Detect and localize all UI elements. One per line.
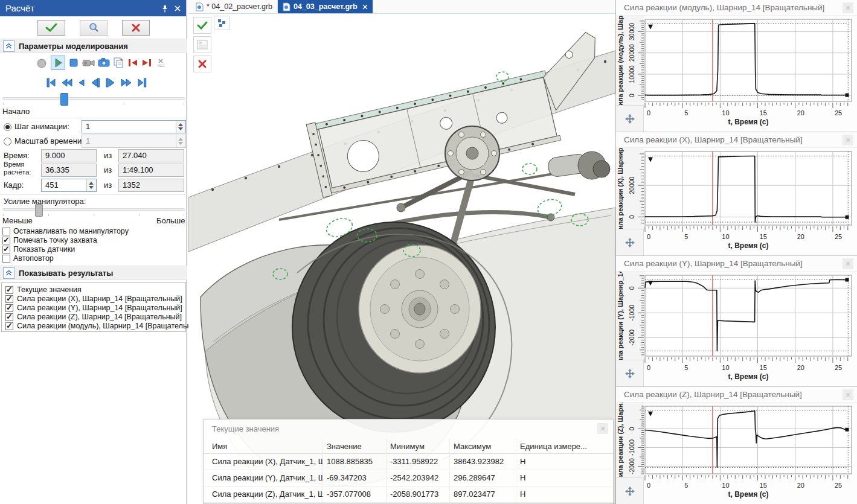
svg-text:20000: 20000	[628, 176, 635, 194]
less-label: Меньше	[2, 216, 33, 225]
timeline-slider-handle[interactable]	[60, 93, 68, 106]
svg-text:Сила реакции (Z), Шарн...: Сила реакции (Z), Шарн...	[617, 403, 624, 482]
frame-input[interactable]: 451	[41, 179, 97, 192]
record-button[interactable]	[36, 57, 47, 72]
rewind-button[interactable]	[61, 77, 73, 88]
effort-slider-handle[interactable]	[35, 204, 43, 217]
svg-text:0: 0	[647, 233, 650, 240]
collapse-icon[interactable]	[3, 267, 14, 279]
svg-text:25: 25	[835, 233, 842, 240]
chart-header[interactable]: Сила реакции (X), Шарнир_14 [Вращательны…	[616, 132, 857, 148]
tab-document-2[interactable]: 04_03_расчет.grb	[278, 0, 373, 13]
stop-record-button[interactable]: REC	[156, 58, 167, 71]
current-values-panel[interactable]: Текущие значения ✕ Имя Значение Минимум …	[203, 419, 614, 504]
checkbox[interactable]	[2, 228, 10, 235]
close-tab-icon[interactable]	[362, 4, 368, 10]
chart-panel-x: Сила реакции (X), Шарнир_14 [Вращательны…	[616, 132, 857, 255]
pan-icon	[624, 485, 636, 497]
jump-start-icon	[128, 58, 138, 68]
svg-text:5: 5	[684, 482, 688, 489]
chart-pan-button[interactable]	[616, 105, 644, 132]
checkbox[interactable]	[5, 313, 13, 321]
checkbox[interactable]	[5, 322, 13, 330]
radio-animation-step[interactable]	[4, 123, 11, 131]
chart-panel-y: Сила реакции (Y), Шарнир_14 [Вращательны…	[616, 255, 857, 386]
of-label-2: из	[104, 165, 112, 174]
chart-panel-module: Сила реакции (модуль), Шарнир_14 [Вращат…	[616, 0, 857, 132]
close-chart-icon[interactable]: ✕	[843, 389, 853, 400]
copy-frames-button[interactable]	[114, 57, 124, 71]
close-values-panel-icon[interactable]: ✕	[597, 423, 608, 434]
frame-spinner[interactable]	[86, 179, 96, 191]
step-value: 1	[86, 122, 90, 131]
skip-last-button[interactable]	[136, 77, 147, 88]
section-simulation-params[interactable]: Параметры моделирования	[0, 39, 187, 53]
checkbox[interactable]	[5, 286, 13, 294]
pin-icon[interactable]	[159, 3, 170, 14]
checkbox[interactable]	[2, 237, 10, 244]
panel-titlebar[interactable]: Расчёт	[0, 0, 186, 16]
step-forward-button[interactable]	[105, 77, 116, 88]
section-show-results[interactable]: Показывать результаты	[0, 266, 187, 280]
calc-time-total-box: 1:49.100	[118, 164, 184, 177]
preview-button[interactable]	[80, 20, 108, 36]
apply-button[interactable]	[37, 20, 65, 36]
svg-text:t, Время (с): t, Время (с)	[728, 118, 768, 126]
to-end-button[interactable]	[141, 58, 152, 70]
chart-pan-button[interactable]	[616, 477, 644, 504]
chart-header[interactable]: Сила реакции (Z), Шарнир_14 [Вращательны…	[616, 387, 857, 403]
values-table-row[interactable]: Сила реакции (Z), Датчик_1, Шарнир_1...-…	[204, 486, 613, 503]
svg-text:t, Время (с): t, Время (с)	[728, 372, 768, 381]
stop-button[interactable]	[69, 58, 79, 70]
prev-frame-button[interactable]	[77, 77, 86, 88]
svg-text:15: 15	[760, 109, 767, 116]
step-back-button[interactable]	[90, 77, 101, 88]
chart-pan-button[interactable]	[616, 360, 644, 386]
values-table-row[interactable]: Сила реакции (Y), Датчик_1, Шарнир_1...-…	[204, 470, 613, 486]
play-icon	[51, 56, 65, 69]
chart-panel-z: Сила реакции (Z), Шарнир_14 [Вращательны…	[616, 386, 857, 504]
calc-time-value-box: 36.335	[41, 164, 97, 177]
effort-slider[interactable]	[2, 208, 185, 211]
svg-text:25: 25	[835, 364, 842, 371]
close-chart-icon[interactable]: ✕	[843, 135, 853, 145]
viewport-3d[interactable]: * 04_02_расчет.grb 04_03_расчет.grb	[188, 0, 615, 504]
timeline-slider[interactable]	[2, 97, 185, 100]
checkbox[interactable]	[2, 255, 10, 263]
chart-header[interactable]: Сила реакции (Y), Шарнир_14 [Вращательны…	[616, 256, 857, 272]
scale-input[interactable]: 1	[82, 135, 186, 148]
close-chart-icon[interactable]: ✕	[843, 2, 853, 13]
step-spinner[interactable]	[176, 121, 185, 133]
close-chart-icon[interactable]: ✕	[843, 258, 853, 269]
close-panel-icon[interactable]	[172, 3, 183, 14]
checkbox[interactable]	[5, 304, 13, 312]
results-list: Текущие значения Сила реакции (X), Шарни…	[1, 282, 186, 332]
chart-plot-module[interactable]: 0510152025t, Время (с)0100002000030000Си…	[616, 16, 857, 132]
svg-text:5: 5	[684, 364, 688, 371]
record-video-button[interactable]	[82, 59, 95, 69]
tab-document-1[interactable]: * 04_02_расчет.grb	[191, 0, 278, 13]
to-start-button[interactable]	[128, 58, 138, 70]
checkbox[interactable]	[2, 246, 10, 254]
chart-pan-button[interactable]	[616, 229, 644, 255]
values-table-row[interactable]: Сила реакции (X), Датчик_1, Шарнир_1...1…	[204, 453, 613, 470]
collapse-icon[interactable]	[3, 40, 14, 52]
play-button[interactable]	[51, 56, 65, 70]
chart-plot-z[interactable]: 0510152025t, Время (с)-2000-10000Сила ре…	[616, 403, 857, 504]
pan-icon	[624, 237, 636, 249]
document-icon	[283, 2, 290, 11]
checkbox[interactable]	[5, 295, 13, 303]
cancel-button[interactable]	[122, 20, 150, 36]
scale-spinner[interactable]	[176, 135, 185, 147]
scale-value: 1	[86, 136, 90, 145]
step-input[interactable]: 1	[82, 120, 186, 133]
chart-plot-y[interactable]: 0510152025t, Время (с)-2000-10000Сила ре…	[616, 272, 857, 386]
skip-first-button[interactable]	[46, 77, 57, 88]
chart-plot-x[interactable]: 0510152025t, Время (с)020000Сила реакции…	[616, 148, 857, 255]
fast-forward-button[interactable]	[120, 77, 132, 88]
time-label: Время:	[4, 151, 30, 160]
values-panel-title: Текущие значения	[212, 424, 279, 433]
chart-header[interactable]: Сила реакции (модуль), Шарнир_14 [Вращат…	[616, 0, 857, 16]
radio-time-scale[interactable]	[4, 138, 11, 145]
snapshot-button[interactable]	[98, 58, 110, 69]
